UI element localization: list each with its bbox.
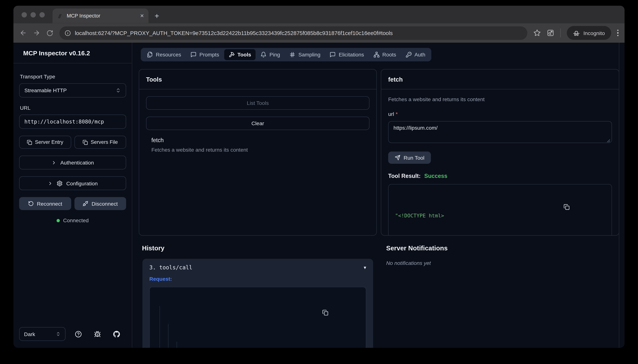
key-icon <box>405 52 412 58</box>
browser-menu-icon[interactable] <box>617 30 618 36</box>
reconnect-button[interactable]: Reconnect <box>19 197 71 210</box>
server-entry-button[interactable]: Server Entry <box>19 136 71 149</box>
run-tool-button[interactable]: Run Tool <box>388 152 431 164</box>
theme-value: Dark <box>24 331 35 337</box>
window-close-button[interactable] <box>22 12 27 17</box>
window-controls[interactable] <box>22 12 45 17</box>
tab-label: Roots <box>382 52 396 58</box>
tab-label: Resources <box>156 52 181 58</box>
resize-handle-icon[interactable] <box>607 139 610 143</box>
window-zoom-button[interactable] <box>40 12 45 17</box>
sidebar: MCP Inspector v0.16.2 Transport Type Str… <box>14 43 132 348</box>
disconnect-button[interactable]: Disconnect <box>74 197 126 210</box>
tool-detail-description: Fetches a website and returns its conten… <box>388 96 612 102</box>
code-line: { <box>157 346 359 348</box>
transport-type-value: Streamable HTTP <box>25 87 67 94</box>
tools-panel: Tools List Tools Clear fetch Fetches a w… <box>139 69 377 236</box>
new-tab-button[interactable]: + <box>155 12 159 20</box>
page-scrollbar[interactable] <box>619 43 624 348</box>
url-label: URL <box>20 105 126 111</box>
chevron-right-icon <box>51 160 57 165</box>
tab-resources[interactable]: Resources <box>142 49 186 60</box>
github-icon[interactable] <box>113 330 120 337</box>
incognito-badge: Incognito <box>567 26 611 40</box>
configuration-label: Configuration <box>66 180 98 186</box>
site-info-icon[interactable] <box>65 30 71 36</box>
forward-icon[interactable] <box>33 29 40 36</box>
tool-result-output[interactable]: "<!DOCTYPE html> <html lang="en"> <head>… <box>388 184 612 236</box>
nav-tab-bar: Resources Prompts Tools Ping Sampling <box>141 48 432 61</box>
address-bar[interactable]: localhost:6274/?MCP_PROXY_AUTH_TOKEN=9e7… <box>59 26 527 40</box>
tab-tools[interactable]: Tools <box>224 49 256 60</box>
tab-label: Ping <box>269 52 280 58</box>
tool-list-item[interactable]: fetch Fetches a website and returns its … <box>146 137 369 153</box>
collapse-chevron-icon[interactable]: ▼ <box>364 265 366 270</box>
browser-tab[interactable]: MCP Inspector ✕ <box>52 8 148 23</box>
server-url-input[interactable]: http://localhost:8080/mcp <box>19 114 126 129</box>
tab-sampling[interactable]: Sampling <box>285 49 325 60</box>
message-square-icon <box>190 52 197 58</box>
tab-elicitations[interactable]: Elicitations <box>325 49 369 60</box>
servers-file-label: Servers File <box>91 139 118 145</box>
tab-prompts[interactable]: Prompts <box>186 49 224 60</box>
chevrons-up-down-icon <box>56 332 61 336</box>
tool-result-status: Success <box>424 173 447 179</box>
authentication-toggle[interactable]: Authentication <box>19 156 126 169</box>
mcp-favicon-icon <box>57 13 63 19</box>
reload-icon[interactable] <box>47 30 53 36</box>
tools-panel-title: Tools <box>139 70 376 90</box>
bookmark-star-icon[interactable] <box>533 29 541 36</box>
copy-icon[interactable] <box>322 292 361 334</box>
search-tabs-icon[interactable] <box>547 29 554 36</box>
configuration-toggle[interactable]: Configuration <box>19 176 126 190</box>
history-entry-header[interactable]: 3. tools/call ▼ <box>149 264 366 271</box>
window-minimize-button[interactable] <box>31 12 36 17</box>
transport-type-label: Transport Type <box>20 74 126 80</box>
browser-toolbar: localhost:6274/?MCP_PROXY_AUTH_TOKEN=9e7… <box>14 23 624 43</box>
tab-close-icon[interactable]: ✕ <box>140 14 144 18</box>
incognito-icon <box>573 30 580 36</box>
result-line: <html lang="en"> <box>395 234 605 236</box>
help-icon[interactable] <box>75 330 82 337</box>
desktop-background: MCP Inspector ✕ + localhost:6274/?MCP_PR… <box>0 0 638 364</box>
authentication-label: Authentication <box>60 160 94 166</box>
copy-icon[interactable] <box>563 189 606 225</box>
tab-ping[interactable]: Ping <box>256 49 285 60</box>
tab-label: Sampling <box>298 52 320 58</box>
request-json-block[interactable]: { method:"tools/call" params:{ name:"fet… <box>149 287 366 348</box>
bug-icon[interactable] <box>94 330 101 337</box>
param-url-input[interactable]: https://lipsum.com/ <box>388 121 612 143</box>
theme-select[interactable]: Dark <box>19 327 66 341</box>
network-icon <box>373 52 379 58</box>
tool-description: Fetches a website and returns its conten… <box>151 146 364 153</box>
tool-name: fetch <box>151 137 364 144</box>
transport-type-select[interactable]: Streamable HTTP <box>19 83 126 98</box>
history-entry-label: 3. tools/call <box>149 264 192 271</box>
tab-roots[interactable]: Roots <box>369 49 400 60</box>
browser-tab-strip: MCP Inspector ✕ + <box>14 6 624 23</box>
tab-auth[interactable]: Auth <box>401 49 430 60</box>
incognito-label: Incognito <box>583 30 605 36</box>
clear-button[interactable]: Clear <box>146 116 369 130</box>
list-tools-button[interactable]: List Tools <box>146 96 369 110</box>
copy-icon <box>27 140 32 145</box>
indent-guide <box>159 306 160 348</box>
back-icon[interactable] <box>20 29 27 36</box>
url-text[interactable]: localhost:6274/?MCP_PROXY_AUTH_TOKEN=9e7… <box>75 30 393 36</box>
main-area: Resources Prompts Tools Ping Sampling <box>132 43 619 348</box>
tool-detail-panel: fetch Fetches a website and returns its … <box>381 69 619 236</box>
reconnect-label: Reconnect <box>37 200 62 206</box>
chevron-right-icon <box>48 181 53 186</box>
notifications-empty-message: No notifications yet <box>386 260 431 266</box>
tab-label: Elicitations <box>339 52 364 58</box>
param-label: url <box>388 111 394 117</box>
server-notifications-title: Server Notifications <box>386 244 448 252</box>
gear-icon <box>57 180 63 186</box>
send-icon <box>395 155 400 160</box>
server-url-value: http://localhost:8080/mcp <box>25 119 104 125</box>
message-square-icon <box>330 52 336 58</box>
connected-dot-icon <box>57 219 60 222</box>
bell-icon <box>260 52 267 58</box>
files-icon <box>147 52 153 58</box>
servers-file-button[interactable]: Servers File <box>74 136 126 149</box>
